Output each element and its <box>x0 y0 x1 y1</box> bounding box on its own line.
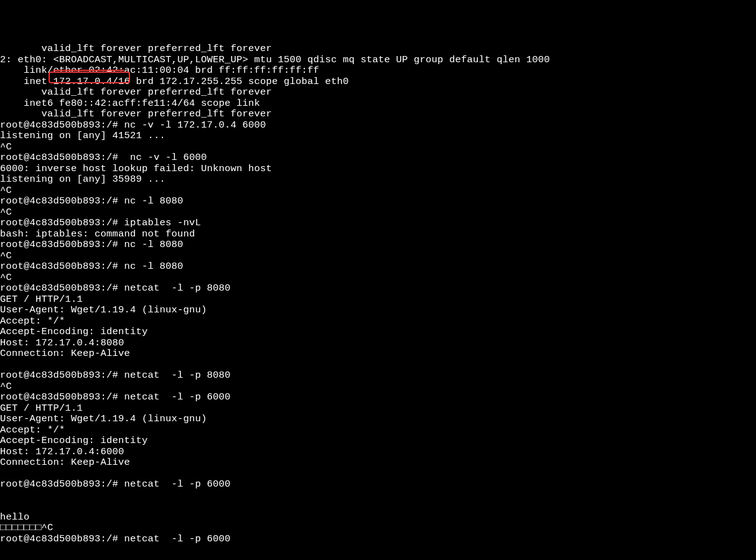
terminal-line <box>0 544 756 556</box>
terminal-line: Accept: */* <box>0 316 756 327</box>
terminal-line: GET / HTTP/1.1 <box>0 403 756 414</box>
terminal-line: inet 172.17.0.4/16 brd 172.17.255.255 sc… <box>0 77 756 88</box>
terminal-line: inet6 fe80::42:acff:fe11:4/64 scope link <box>0 98 756 110</box>
terminal-line: ^C <box>0 207 756 218</box>
terminal-line <box>0 360 756 371</box>
terminal-line: 6000: inverse host lookup failed: Unknow… <box>0 164 756 175</box>
terminal-line: valid_lft forever preferred_lft forever <box>0 44 756 55</box>
terminal-line: □□□□□□□^C <box>0 523 756 534</box>
terminal-line: Connection: Keep-Alive <box>0 348 756 360</box>
terminal-output[interactable]: valid_lft forever preferred_lft forever2… <box>0 44 756 560</box>
terminal-line: valid_lft forever preferred_lft forever <box>0 87 756 98</box>
terminal-line: bash: iptables: command not found <box>0 229 756 240</box>
terminal-line: root@4c83d500b893:/# netcat -l -p 6000 <box>0 392 756 403</box>
terminal-line: 2: eth0: <BROADCAST,MULTICAST,UP,LOWER_U… <box>0 55 756 66</box>
terminal-line: root@4c83d500b893:/# netcat -l -p 8080 <box>0 370 756 381</box>
terminal-line: root@4c83d500b893:/# nc -l 8080 <box>0 261 756 273</box>
terminal-line: Host: 172.17.0.4:8080 <box>0 338 756 349</box>
terminal-line: Accept-Encoding: identity <box>0 436 756 447</box>
terminal-line: User-Agent: Wget/1.19.4 (linux-gnu) <box>0 414 756 425</box>
terminal-line: root@4c83d500b893:/# nc -v -l 6000 <box>0 152 756 164</box>
annotation-strike: ether 02:42: <box>54 65 124 76</box>
terminal-line: root@4c83d500b893:/# nc -l 8080 <box>0 196 756 207</box>
terminal-line: ^C <box>0 185 756 197</box>
terminal-line: ^C <box>0 251 756 262</box>
terminal-line <box>0 501 756 512</box>
terminal-line: Accept: */* <box>0 425 756 436</box>
terminal-line: valid_lft forever preferred_lft forever <box>0 109 756 120</box>
terminal-line: Accept-Encoding: identity <box>0 327 756 338</box>
terminal-line <box>0 556 756 561</box>
terminal-line: listening on [any] 35989 ... <box>0 174 756 185</box>
terminal-line: GET / HTTP/1.1 <box>0 294 756 306</box>
terminal-line: root@4c83d500b893:/# netcat -l -p 6000 <box>0 479 756 490</box>
terminal-line: Connection: Keep-Alive <box>0 457 756 469</box>
terminal-line: root@4c83d500b893:/# netcat -l -p 6000 <box>0 534 756 545</box>
terminal-line: ^C <box>0 273 756 284</box>
terminal-line: ^C <box>0 381 756 393</box>
terminal-line <box>0 490 756 502</box>
terminal-line: root@4c83d500b893:/# nc -l 8080 <box>0 240 756 251</box>
terminal-line <box>0 469 756 480</box>
terminal-line: root@4c83d500b893:/# iptables -nvL <box>0 218 756 229</box>
terminal-line: User-Agent: Wget/1.19.4 (linux-gnu) <box>0 305 756 316</box>
terminal-line: Host: 172.17.0.4:6000 <box>0 447 756 458</box>
terminal-line: ^C <box>0 142 756 153</box>
terminal-line: root@4c83d500b893:/# nc -v -l 172.17.0.4… <box>0 120 756 131</box>
terminal-line: listening on [any] 41521 ... <box>0 131 756 142</box>
terminal-line: hello <box>0 512 756 523</box>
terminal-line: link/ether 02:42:ac:11:00:04 brd ff:ff:f… <box>0 65 756 77</box>
terminal-line: root@4c83d500b893:/# netcat -l -p 8080 <box>0 283 756 294</box>
